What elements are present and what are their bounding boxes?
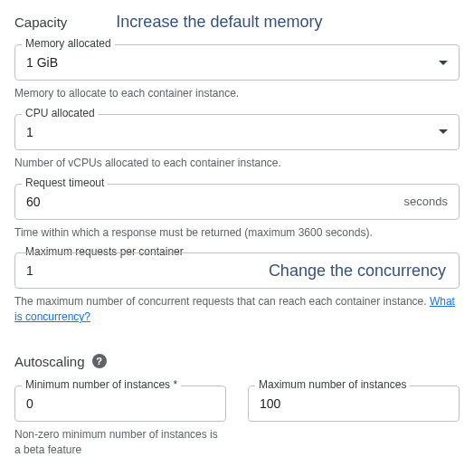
capacity-heading: Capacity (14, 14, 67, 30)
request-timeout-suffix: seconds (404, 195, 448, 208)
max-instances-label: Maximum number of instances (255, 378, 410, 391)
cpu-allocated-select[interactable]: 1 (14, 114, 460, 150)
max-requests-helper-text: The maximum number of concurrent request… (14, 295, 430, 308)
min-instances-input[interactable] (26, 396, 214, 411)
max-instances-input[interactable] (260, 396, 448, 411)
memory-allocated-value: 1 GiB (26, 55, 431, 70)
help-icon[interactable]: ? (92, 354, 107, 368)
max-requests-helper: The maximum number of concurrent request… (14, 294, 460, 325)
min-instances-label: Minimum number of instances * (22, 378, 181, 391)
autoscaling-heading: Autoscaling (14, 354, 85, 369)
min-instances-helper: Non-zero minimum number of instances is … (14, 427, 226, 458)
max-requests-input[interactable] (26, 263, 448, 278)
chevron-down-icon (439, 129, 448, 134)
request-timeout-input[interactable] (26, 195, 397, 209)
request-timeout-label: Request timeout (22, 176, 108, 189)
chevron-down-icon (439, 61, 448, 65)
cpu-allocated-label: CPU allocated (22, 107, 99, 119)
request-timeout-helper: Time within which a response must be ret… (14, 225, 460, 241)
memory-allocated-label: Memory allocated (22, 37, 115, 50)
memory-allocated-select[interactable]: 1 GiB (14, 44, 460, 81)
annotation-memory: Increase the default memory (116, 13, 322, 32)
cpu-allocated-helper: Number of vCPUs allocated to each contai… (14, 156, 460, 171)
memory-allocated-helper: Memory to allocate to each container ins… (14, 86, 460, 101)
cpu-allocated-value: 1 (26, 125, 431, 139)
